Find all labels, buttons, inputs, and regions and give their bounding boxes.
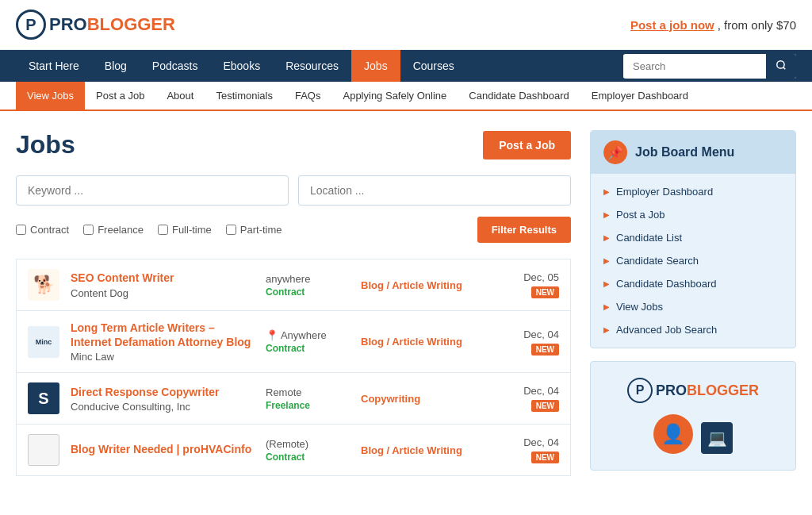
promo-laptop: 💻: [701, 422, 733, 454]
filter-freelance[interactable]: Freelance: [83, 224, 144, 236]
subnav-faqs[interactable]: FAQs: [284, 82, 332, 110]
sidebar-item-advanced-search[interactable]: ▶ Advanced Job Search: [591, 318, 795, 341]
nav-search-button[interactable]: [766, 54, 796, 79]
filter-fulltime-checkbox[interactable]: [158, 225, 168, 235]
job-item: S Direct Response Copywriter Conducive C…: [16, 372, 571, 424]
sidebar-item-label: Candidate Search: [616, 255, 699, 267]
location-input[interactable]: [298, 175, 571, 206]
subnav-view-jobs[interactable]: View Jobs: [16, 82, 85, 110]
sidebar-item-label: Advanced Job Search: [616, 324, 717, 336]
subnav-candidate-dashboard[interactable]: Candidate Dashboard: [458, 82, 580, 110]
nav-podcasts[interactable]: Podcasts: [140, 50, 211, 82]
arrow-icon: ▶: [603, 325, 610, 334]
filter-results-button[interactable]: Filter Results: [477, 217, 571, 243]
job-location-text: (Remote): [266, 438, 353, 450]
arrow-icon: ▶: [603, 256, 610, 265]
nav-courses[interactable]: Courses: [400, 50, 467, 82]
new-badge: NEW: [531, 400, 559, 412]
job-location-text: Remote: [266, 386, 353, 398]
filter-contract[interactable]: Contract: [16, 224, 69, 236]
job-company: Minc Law: [71, 351, 258, 363]
job-title-link[interactable]: Long Term Article Writers – Internet Def…: [71, 321, 258, 349]
job-item: Blog Writer Needed | proHVACinfo (Remote…: [16, 424, 571, 476]
sidebar-menu-box: 📌 Job Board Menu ▶ Employer Dashboard ▶ …: [590, 130, 796, 348]
job-date-col: Dec, 04 NEW: [496, 436, 559, 463]
sidebar: 📌 Job Board Menu ▶ Employer Dashboard ▶ …: [590, 130, 796, 476]
top-bar: P PROBLOGGER Post a job now , from only …: [0, 0, 812, 50]
search-bar: [16, 175, 571, 206]
nav-ebooks[interactable]: Ebooks: [210, 50, 273, 82]
nav-resources[interactable]: Resources: [273, 50, 351, 82]
promo-figure: 👤: [653, 414, 693, 454]
sidebar-item-candidate-list[interactable]: ▶ Candidate List: [591, 226, 795, 249]
job-title-link[interactable]: SEO Content Writer: [71, 271, 258, 285]
sidebar-item-view-jobs[interactable]: ▶ View Jobs: [591, 295, 795, 318]
sidebar-item-candidate-dashboard[interactable]: ▶ Candidate Dashboard: [591, 272, 795, 295]
job-main-info: Direct Response Copywriter Conducive Con…: [71, 385, 258, 413]
arrow-icon: ▶: [603, 187, 610, 196]
logo: P PROBLOGGER: [16, 10, 175, 40]
sidebar-item-post-job[interactable]: ▶ Post a Job: [591, 203, 795, 226]
arrow-icon: ▶: [603, 210, 610, 219]
job-category-link[interactable]: Blog / Article Writing: [361, 444, 488, 456]
logo-text: PROBLOGGER: [49, 14, 175, 35]
subnav-about[interactable]: About: [155, 82, 205, 110]
sidebar-item-label: View Jobs: [616, 301, 663, 313]
post-job-now-link[interactable]: Post a job now: [630, 18, 714, 32]
job-category-link[interactable]: Blog / Article Writing: [361, 279, 488, 291]
sidebar-item-candidate-search[interactable]: ▶ Candidate Search: [591, 249, 795, 272]
job-title-link[interactable]: Direct Response Copywriter: [71, 385, 258, 399]
job-location: (Remote) Contract: [266, 438, 353, 463]
sidebar-item-label: Candidate Dashboard: [616, 278, 716, 290]
job-date-col: Dec, 05 NEW: [496, 271, 559, 298]
job-location-text: 📍 Anywhere: [266, 329, 353, 341]
nav-jobs[interactable]: Jobs: [351, 50, 400, 82]
job-date: Dec, 04: [523, 385, 559, 397]
sub-nav: View Jobs Post a Job About Testimonials …: [0, 82, 812, 111]
job-type-badge: Contract: [266, 286, 353, 298]
job-title-link[interactable]: Blog Writer Needed | proHVACinfo: [71, 442, 258, 456]
svg-point-0: [777, 60, 784, 67]
page-title: Jobs: [16, 130, 75, 159]
promo-logo-icon: P: [627, 378, 653, 403]
sidebar-menu-title: Job Board Menu: [635, 145, 734, 159]
job-main-info: Long Term Article Writers – Internet Def…: [71, 321, 258, 363]
nav-start-here[interactable]: Start Here: [16, 50, 92, 82]
job-date: Dec, 04: [523, 436, 559, 448]
subnav-applying-safely[interactable]: Applying Safely Online: [331, 82, 458, 110]
job-item: 🐕 SEO Content Writer Content Dog anywher…: [16, 259, 571, 310]
sidebar-promo: P PROBLOGGER 👤 💻: [590, 361, 796, 471]
sidebar-menu-items: ▶ Employer Dashboard ▶ Post a Job ▶ Cand…: [591, 174, 795, 348]
nav-search-input[interactable]: [623, 55, 766, 78]
nav-blog[interactable]: Blog: [92, 50, 140, 82]
sidebar-item-label: Employer Dashboard: [616, 186, 713, 198]
subnav-employer-dashboard[interactable]: Employer Dashboard: [580, 82, 699, 110]
job-category-link[interactable]: Copywriting: [361, 393, 488, 405]
keyword-input[interactable]: [16, 175, 289, 206]
filter-fulltime[interactable]: Full-time: [158, 224, 212, 236]
job-date-col: Dec, 04 NEW: [496, 385, 559, 412]
logo-p-letter: P: [25, 16, 36, 34]
sidebar-item-employer-dashboard[interactable]: ▶ Employer Dashboard: [591, 180, 795, 203]
job-logo: S: [28, 382, 59, 414]
job-logo: 🐕: [28, 269, 59, 301]
filter-row: Contract Freelance Full-time Part-time F…: [16, 217, 571, 243]
subnav-testimonials[interactable]: Testimonials: [205, 82, 284, 110]
job-location: anywhere Contract: [266, 273, 353, 298]
filter-contract-checkbox[interactable]: [16, 225, 26, 235]
job-location-text: anywhere: [266, 273, 353, 285]
content-wrapper: Jobs Post a Job Contract Freelance Full-…: [0, 111, 812, 495]
filter-freelance-checkbox[interactable]: [83, 225, 94, 235]
post-job-button[interactable]: Post a Job: [483, 131, 571, 159]
filter-parttime[interactable]: Part-time: [226, 224, 282, 236]
promo-logo-area: P PROBLOGGER 👤 💻: [627, 378, 759, 454]
filter-parttime-checkbox[interactable]: [226, 225, 236, 235]
job-category-link[interactable]: Blog / Article Writing: [361, 336, 488, 348]
job-main-info: SEO Content Writer Content Dog: [71, 271, 258, 298]
job-type-badge: Freelance: [266, 400, 353, 411]
arrow-icon: ▶: [603, 279, 610, 288]
job-location: 📍 Anywhere Contract: [266, 329, 353, 354]
arrow-icon: ▶: [603, 302, 610, 311]
post-job-suffix: , from only $70: [718, 18, 796, 32]
subnav-post-job[interactable]: Post a Job: [85, 82, 155, 110]
